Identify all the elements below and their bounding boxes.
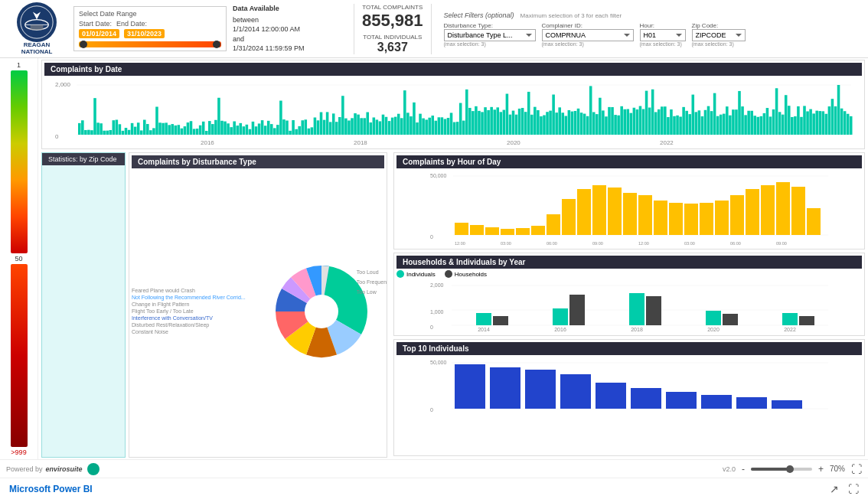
- svg-rect-49: [190, 121, 193, 135]
- svg-rect-253: [822, 111, 825, 135]
- svg-rect-189: [623, 109, 626, 135]
- svg-rect-24: [113, 120, 116, 135]
- disturbance-type-select[interactable]: Disturbance Type L...: [444, 29, 536, 41]
- svg-rect-14: [81, 120, 84, 135]
- svg-rect-193: [636, 109, 639, 135]
- svg-rect-340: [701, 395, 732, 409]
- svg-rect-235: [766, 108, 769, 135]
- svg-rect-149: [500, 112, 503, 135]
- svg-text:0: 0: [430, 234, 433, 240]
- svg-rect-108: [373, 117, 376, 135]
- svg-rect-242: [788, 106, 791, 135]
- zoom-percent: 70%: [830, 465, 845, 473]
- svg-rect-27: [122, 131, 125, 135]
- svg-rect-241: [785, 95, 788, 135]
- svg-rect-68: [249, 129, 252, 135]
- complaints-date-chart: 2,000 0 2016 2018 2020 2022: [46, 77, 860, 146]
- pie-labels-left: Feared Plane would Crash Not Following t…: [132, 288, 258, 334]
- svg-rect-281: [654, 201, 667, 235]
- hour-select[interactable]: H01: [640, 29, 686, 41]
- pie-label-interference[interactable]: Interference with Conversation/TV: [132, 315, 258, 321]
- svg-rect-315: [493, 316, 508, 325]
- pie-label-river[interactable]: Not Following the Recommended River Corr…: [132, 295, 258, 300]
- svg-rect-105: [363, 118, 366, 135]
- svg-rect-220: [720, 115, 723, 135]
- svg-rect-103: [357, 115, 360, 135]
- zoom-slider[interactable]: [751, 468, 812, 471]
- zoom-minus[interactable]: -: [742, 464, 745, 475]
- svg-rect-125: [425, 119, 428, 135]
- svg-rect-91: [320, 113, 323, 135]
- legend-households: Households: [445, 270, 487, 278]
- svg-rect-61: [227, 123, 230, 135]
- svg-rect-162: [540, 116, 543, 135]
- svg-rect-113: [388, 121, 391, 135]
- svg-rect-41: [165, 122, 168, 135]
- svg-rect-153: [512, 111, 515, 135]
- svg-rect-160: [534, 107, 537, 135]
- svg-rect-131: [444, 119, 447, 135]
- svg-rect-251: [815, 111, 818, 135]
- svg-rect-90: [317, 120, 320, 135]
- svg-text:AM: AM: [592, 246, 599, 246]
- svg-rect-126: [428, 118, 431, 135]
- svg-rect-206: [676, 116, 679, 135]
- svg-rect-183: [605, 116, 608, 135]
- svg-rect-258: [837, 85, 840, 135]
- svg-rect-195: [642, 109, 645, 135]
- zipcode-filter: Zip Code: ZIPCODE (max selection: 3): [692, 22, 746, 47]
- powerbi-link[interactable]: Microsoft Power BI: [9, 484, 93, 494]
- svg-rect-256: [831, 99, 834, 135]
- svg-rect-282: [669, 203, 683, 235]
- svg-rect-280: [638, 195, 652, 235]
- svg-rect-88: [311, 127, 314, 135]
- svg-rect-109: [376, 119, 379, 135]
- zoom-plus[interactable]: +: [818, 464, 824, 475]
- svg-text:2016: 2016: [554, 327, 566, 332]
- filters-section: Select Filters (optional) Maximum select…: [438, 11, 862, 47]
- svg-rect-259: [840, 109, 844, 135]
- svg-rect-56: [211, 124, 214, 135]
- svg-rect-48: [187, 122, 190, 135]
- svg-rect-172: [571, 112, 574, 135]
- complainer-id-select[interactable]: COMPRNUA: [542, 29, 634, 41]
- expand-icon[interactable]: ⛶: [848, 483, 859, 495]
- svg-rect-207: [679, 116, 682, 135]
- svg-rect-202: [664, 106, 667, 135]
- svg-rect-114: [391, 118, 394, 135]
- end-date[interactable]: 31/10/2023: [124, 29, 165, 38]
- fullscreen-icon[interactable]: ⛶: [851, 463, 862, 475]
- svg-rect-85: [301, 120, 304, 135]
- svg-rect-223: [729, 116, 732, 135]
- svg-rect-284: [700, 203, 713, 235]
- svg-rect-290: [791, 187, 805, 235]
- zipcode-select[interactable]: ZIPCODE: [692, 29, 746, 41]
- svg-text:0: 0: [55, 133, 59, 140]
- svg-rect-180: [596, 114, 599, 135]
- logo-icon: [17, 2, 57, 42]
- svg-rect-39: [158, 122, 162, 135]
- svg-rect-228: [744, 115, 747, 135]
- svg-rect-286: [730, 195, 744, 235]
- pie-label-flight-pattern: Change in Flight Pattern: [132, 302, 258, 307]
- svg-rect-216: [707, 106, 710, 135]
- svg-rect-97: [338, 117, 341, 135]
- logo-text: REAGAN NATIONAL: [21, 42, 53, 56]
- svg-rect-145: [487, 110, 490, 135]
- svg-rect-81: [289, 131, 292, 135]
- svg-rect-13: [78, 123, 81, 135]
- svg-text:1,000: 1,000: [430, 309, 444, 315]
- svg-rect-188: [620, 106, 623, 135]
- svg-rect-139: [468, 108, 472, 135]
- totals-section: TOTAL COMPLAINTS 855,981 TOTAL INDIVIDUA…: [354, 4, 432, 54]
- hour-chart-title: Complaints by Hour of Day: [396, 155, 862, 168]
- share-icon[interactable]: ↗: [830, 483, 839, 495]
- households-title: Households & Individuals by Year: [396, 256, 862, 269]
- start-date[interactable]: 01/01/2014: [79, 29, 119, 38]
- total-complaints-value: 855,981: [362, 11, 423, 31]
- svg-text:AM: AM: [455, 246, 462, 246]
- svg-rect-79: [282, 119, 286, 135]
- svg-rect-243: [791, 117, 794, 135]
- svg-rect-28: [125, 128, 128, 135]
- date-range-label: Select Date Range: [79, 10, 221, 18]
